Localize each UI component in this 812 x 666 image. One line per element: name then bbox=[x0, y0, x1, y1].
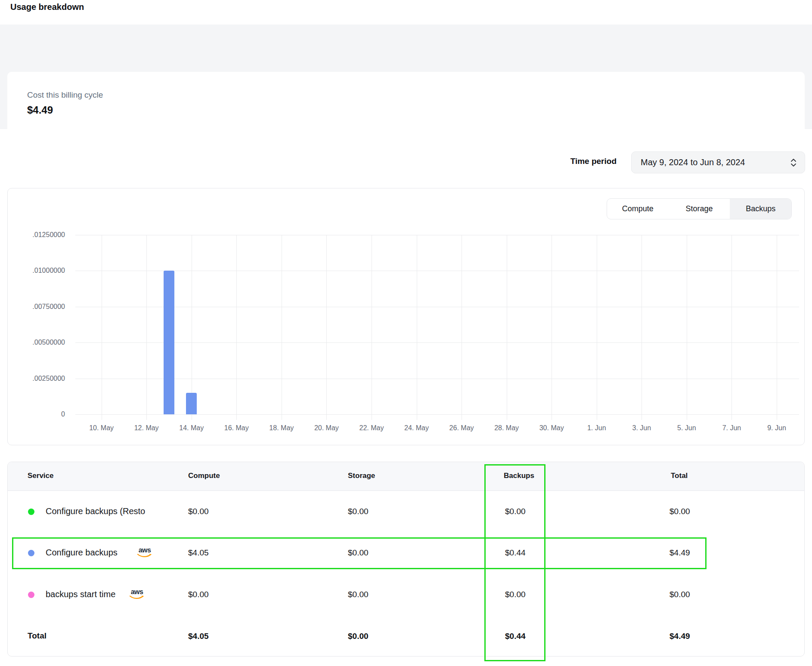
x-gridline bbox=[192, 235, 192, 420]
total-value: $4.49 bbox=[669, 548, 690, 558]
total-row-label: Total bbox=[28, 631, 46, 641]
x-axis-tick-label: 7. Jun bbox=[712, 424, 751, 432]
storage-value: $0.00 bbox=[348, 590, 369, 599]
backups-value: $0.00 bbox=[505, 507, 526, 516]
x-axis-tick-label: 5. Jun bbox=[667, 424, 706, 432]
billing-cycle-label: Cost this billing cycle bbox=[27, 90, 103, 100]
y-axis-tick-label: .01000000 bbox=[13, 267, 65, 274]
x-gridline bbox=[462, 235, 462, 420]
y-axis-tick-label: .00250000 bbox=[13, 375, 65, 382]
x-axis-tick-label: 22. May bbox=[352, 424, 391, 432]
billing-cycle-amount: $4.49 bbox=[27, 104, 53, 116]
x-axis-tick-label: 26. May bbox=[442, 424, 481, 432]
x-axis-tick-label: 1. Jun bbox=[577, 424, 616, 432]
compute-value: $4.05 bbox=[188, 548, 209, 558]
x-gridline bbox=[597, 235, 597, 420]
series-dot bbox=[28, 592, 34, 598]
x-axis-tick-label: 18. May bbox=[262, 424, 301, 432]
x-axis-tick-label: 30. May bbox=[532, 424, 571, 432]
total-value: $0.00 bbox=[669, 507, 690, 516]
table-total-row: Total $4.05 $0.00 $0.44 $4.49 bbox=[8, 616, 804, 657]
col-header-compute: Compute bbox=[188, 472, 220, 480]
y-gridline bbox=[75, 271, 799, 271]
x-axis-tick-label: 16. May bbox=[217, 424, 256, 432]
compute-value: $0.00 bbox=[188, 590, 209, 599]
chevron-up-down-icon bbox=[790, 158, 797, 169]
x-gridline bbox=[507, 235, 507, 420]
aws-logo-icon: aws bbox=[129, 589, 145, 600]
y-gridline bbox=[75, 307, 799, 307]
x-gridline bbox=[326, 235, 327, 420]
x-gridline bbox=[777, 235, 777, 420]
x-axis-tick-label: 28. May bbox=[487, 424, 526, 432]
y-gridline bbox=[75, 235, 799, 235]
chart-bar bbox=[186, 393, 197, 414]
backups-bar-chart: .01250000.01000000.00750000.00500000.002… bbox=[8, 188, 805, 446]
x-gridline bbox=[236, 235, 237, 420]
chart-bar bbox=[164, 271, 174, 414]
table-row: Configure backups aws $4.05 $0.00 $0.44 … bbox=[8, 532, 804, 574]
y-axis-tick-label: .00750000 bbox=[13, 303, 65, 311]
compute-total: $4.05 bbox=[188, 632, 209, 641]
backups-total: $0.44 bbox=[505, 632, 526, 641]
x-gridline bbox=[417, 235, 417, 420]
y-gridline bbox=[75, 342, 799, 343]
x-gridline bbox=[687, 235, 687, 420]
service-name: Configure backups (Resto bbox=[46, 506, 145, 516]
service-name: Configure backups bbox=[46, 548, 118, 558]
grand-total: $4.49 bbox=[669, 632, 690, 641]
x-axis-tick-label: 14. May bbox=[172, 424, 211, 432]
y-gridline bbox=[75, 414, 799, 415]
series-dot bbox=[28, 509, 34, 515]
col-header-storage: Storage bbox=[348, 472, 375, 480]
storage-value: $0.00 bbox=[348, 548, 369, 558]
x-gridline bbox=[146, 235, 147, 420]
x-axis-tick-label: 24. May bbox=[397, 424, 436, 432]
table-row: Configure backups (Resto $0.00 $0.00 $0.… bbox=[8, 491, 804, 532]
x-axis-tick-label: 3. Jun bbox=[622, 424, 661, 432]
time-period-value: May 9, 2024 to Jun 8, 2024 bbox=[641, 157, 745, 167]
y-axis-tick-label: 0 bbox=[13, 410, 65, 418]
col-header-total: Total bbox=[671, 472, 688, 480]
usage-breakdown-page: Usage breakdown Cost this billing cycle … bbox=[0, 0, 812, 666]
usage-chart-card: Compute Storage Backups .01250000.010000… bbox=[7, 188, 805, 445]
usage-table-card: Service Compute Storage Backups Total Co… bbox=[7, 462, 805, 657]
x-axis-tick-label: 10. May bbox=[82, 424, 121, 432]
x-axis-tick-label: 12. May bbox=[127, 424, 166, 432]
x-gridline bbox=[552, 235, 552, 420]
table-header-row: Service Compute Storage Backups Total bbox=[8, 462, 804, 491]
x-gridline bbox=[372, 235, 372, 420]
x-axis-tick-label: 20. May bbox=[307, 424, 346, 432]
series-dot bbox=[28, 550, 34, 556]
billing-cost-card: Cost this billing cycle $4.49 bbox=[7, 72, 805, 136]
y-axis-tick-label: .01250000 bbox=[13, 231, 65, 239]
x-gridline bbox=[731, 235, 732, 420]
x-gridline bbox=[102, 235, 102, 420]
compute-value: $0.00 bbox=[188, 507, 209, 516]
time-period-select[interactable]: May 9, 2024 to Jun 8, 2024 bbox=[631, 151, 805, 173]
service-name: backups start time bbox=[46, 589, 115, 599]
x-axis-tick-label: 9. Jun bbox=[757, 424, 796, 432]
col-header-service: Service bbox=[28, 472, 54, 480]
backups-value: $0.44 bbox=[505, 548, 526, 558]
backups-value: $0.00 bbox=[505, 590, 526, 599]
storage-total: $0.00 bbox=[348, 632, 369, 641]
col-header-backups: Backups bbox=[504, 472, 534, 480]
x-gridline bbox=[642, 235, 642, 420]
table-row: backups start time aws $0.00 $0.00 $0.00… bbox=[8, 574, 804, 616]
y-axis-tick-label: .00500000 bbox=[13, 339, 65, 346]
time-period-label: Time period bbox=[517, 157, 617, 166]
y-gridline bbox=[75, 379, 799, 379]
x-gridline bbox=[282, 235, 282, 420]
page-title: Usage breakdown bbox=[10, 2, 84, 12]
storage-value: $0.00 bbox=[348, 507, 369, 516]
total-value: $0.00 bbox=[669, 590, 690, 599]
billing-summary-section: Cost this billing cycle $4.49 bbox=[0, 25, 812, 129]
aws-logo-icon: aws bbox=[137, 547, 152, 558]
